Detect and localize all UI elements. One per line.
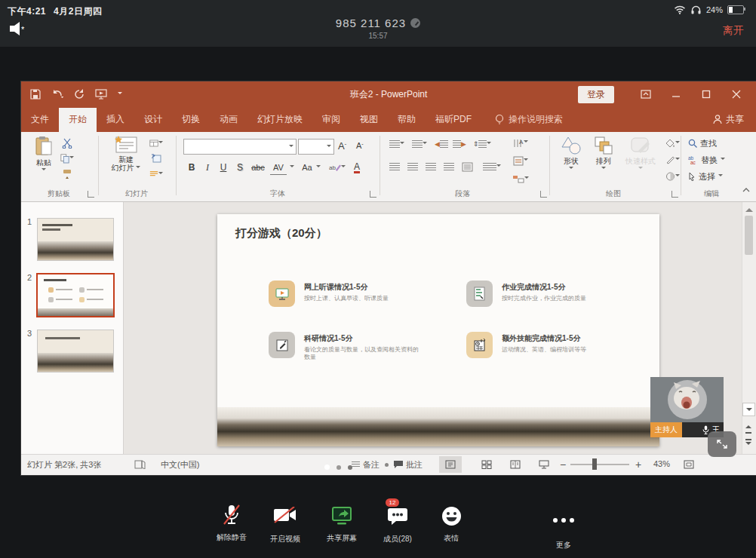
tab-view[interactable]: 视图: [350, 108, 388, 132]
shape-effects-button[interactable]: [662, 170, 682, 182]
shape-outline-button[interactable]: [662, 154, 682, 166]
zoom-percent[interactable]: 43%: [653, 459, 670, 468]
highlight-button[interactable]: ab: [329, 161, 346, 174]
scroll-up-arrow-icon[interactable]: [745, 204, 753, 212]
fit-to-window-icon[interactable]: [684, 460, 694, 471]
paragraph-dialog-launcher[interactable]: [540, 191, 547, 198]
save-icon[interactable]: [30, 89, 41, 100]
line-spacing-button[interactable]: ⇕: [472, 138, 492, 150]
undo-icon[interactable]: [51, 90, 63, 100]
decrease-font-button[interactable]: Aˇ: [356, 139, 364, 152]
tab-slideshow[interactable]: 幻灯片放映: [247, 108, 312, 132]
shapes-button[interactable]: 形状: [555, 136, 587, 171]
emoji-button[interactable]: 表情: [424, 504, 478, 544]
start-slideshow-icon[interactable]: [95, 89, 107, 100]
reading-view-button[interactable]: [504, 456, 527, 473]
tab-home[interactable]: 开始: [59, 108, 97, 132]
scrollbar-thumb[interactable]: [745, 216, 753, 255]
italic-button[interactable]: I: [202, 161, 213, 174]
slide-thumbnail-3[interactable]: [38, 330, 113, 372]
paste-button[interactable]: 粘贴: [29, 136, 59, 173]
shape-fill-button[interactable]: [662, 137, 682, 149]
normal-view-button[interactable]: [439, 456, 462, 473]
slide-layout-button[interactable]: [149, 137, 163, 149]
tab-insert[interactable]: 插入: [97, 108, 134, 132]
arrange-button[interactable]: 排列: [589, 136, 619, 171]
bold-button[interactable]: B: [186, 161, 198, 174]
comments-toggle[interactable]: 批注: [406, 459, 423, 471]
share-screen-button[interactable]: 共享屏幕: [315, 504, 369, 544]
tab-design[interactable]: 设计: [134, 108, 172, 132]
drawing-dialog-launcher[interactable]: [671, 191, 678, 198]
convert-smartart-button[interactable]: [510, 173, 531, 185]
font-name-combo[interactable]: [183, 139, 297, 155]
ribbon-display-options-icon[interactable]: [631, 83, 661, 106]
tell-me-search[interactable]: 操作说明搜索: [481, 108, 572, 132]
decrease-indent-button[interactable]: ◀: [435, 138, 448, 150]
meeting-info-icon[interactable]: [410, 18, 420, 28]
find-button[interactable]: 查找: [688, 137, 733, 149]
maximize-button[interactable]: [691, 83, 721, 106]
font-color-button[interactable]: A: [352, 161, 362, 174]
quick-styles-button[interactable]: 快速样式: [620, 136, 661, 171]
align-left-button[interactable]: [388, 161, 401, 173]
slideshow-view-button[interactable]: [533, 456, 555, 473]
increase-indent-button[interactable]: ▶: [453, 138, 466, 150]
unmute-button[interactable]: 解除静音: [204, 504, 259, 543]
clipboard-dialog-launcher[interactable]: [88, 191, 94, 198]
select-button[interactable]: 选择: [688, 170, 738, 182]
more-button[interactable]: 更多: [536, 504, 591, 550]
next-slide-button[interactable]: [745, 439, 751, 448]
tab-transitions[interactable]: 切换: [172, 108, 210, 132]
section-button[interactable]: [149, 168, 163, 180]
qat-customize-icon[interactable]: [118, 92, 122, 97]
change-case-button[interactable]: Aa: [299, 161, 315, 174]
slide-sorter-view-button[interactable]: [475, 456, 498, 473]
accessibility-icon[interactable]: [134, 460, 146, 471]
previous-slide-button[interactable]: [745, 422, 751, 434]
numbering-button[interactable]: [410, 138, 429, 150]
language-indicator[interactable]: 中文(中国): [161, 459, 199, 471]
redo-icon[interactable]: [74, 89, 85, 100]
replace-button[interactable]: abac 替换: [688, 154, 738, 166]
current-slide[interactable]: 打分游戏（20分） 网上听课情况1-5分 按时上课、认真早读、听课质量 作业完成…: [217, 214, 659, 446]
minimize-button[interactable]: [661, 83, 691, 106]
character-spacing-button[interactable]: AV: [270, 161, 287, 175]
tab-foxit-pdf[interactable]: 福昕PDF: [426, 108, 481, 132]
share-button[interactable]: 共享: [701, 108, 756, 132]
host-video-tile[interactable]: 主持人 王: [650, 377, 724, 437]
zoom-out-button[interactable]: −: [560, 458, 566, 471]
zoom-slider-track[interactable]: [570, 464, 629, 465]
slide-thumbnail-1[interactable]: [38, 219, 113, 260]
tab-file[interactable]: 文件: [21, 108, 59, 132]
increase-font-button[interactable]: Aˆ: [338, 139, 346, 152]
zoom-slider-thumb[interactable]: [592, 458, 597, 470]
align-right-button[interactable]: [424, 161, 438, 173]
cut-button[interactable]: [60, 137, 74, 149]
text-direction-button[interactable]: A: [510, 136, 531, 149]
close-button[interactable]: [721, 83, 751, 106]
case-dropdown-icon[interactable]: [315, 161, 321, 174]
leave-meeting-button[interactable]: 离开: [723, 24, 744, 38]
distribute-button[interactable]: [460, 161, 474, 173]
spacing-dropdown-icon[interactable]: [289, 161, 295, 174]
meeting-id[interactable]: 985 211 623: [336, 17, 420, 29]
justify-button[interactable]: [442, 161, 456, 173]
slide-thumbnail-2-selected[interactable]: [38, 274, 113, 316]
zoom-in-button[interactable]: +: [635, 458, 641, 471]
tab-help[interactable]: 帮助: [388, 108, 426, 132]
members-button[interactable]: 12 成员(28): [370, 504, 425, 544]
collapse-panel-button[interactable]: [708, 431, 736, 457]
tab-animations[interactable]: 动画: [210, 108, 247, 132]
notes-toggle[interactable]: 备注: [363, 459, 380, 471]
new-slide-button[interactable]: 新建 幻灯片: [107, 136, 145, 172]
text-shadow-button[interactable]: S: [234, 161, 246, 174]
copy-button[interactable]: [60, 152, 74, 164]
start-video-button[interactable]: 开启视频: [258, 504, 312, 544]
tab-review[interactable]: 审阅: [312, 108, 350, 132]
columns-button[interactable]: [483, 161, 501, 173]
align-center-button[interactable]: [406, 161, 419, 173]
align-text-button[interactable]: [510, 155, 531, 167]
underline-button[interactable]: U: [217, 161, 229, 174]
collapse-ribbon-button[interactable]: [739, 183, 753, 195]
